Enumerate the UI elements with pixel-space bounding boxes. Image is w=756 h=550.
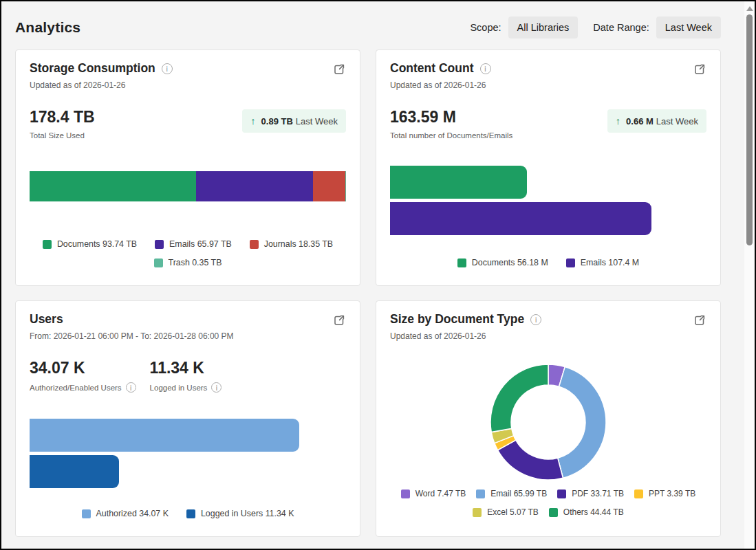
card-header: Storage Consumption i [30,61,346,76]
legend-swatch [476,490,485,498]
total-count-metric: 163.59 M Total number of Documents/Email… [390,108,512,140]
stats-row: 163.59 M Total number of Documents/Email… [390,108,706,140]
delta-text: 0.66 MLast Week [626,116,698,126]
storage-stacked-bar [30,171,346,201]
card-header: Users [30,312,346,327]
scrollbar-thumb[interactable] [746,14,753,245]
legend-label: Documents 93.74 TB [57,239,137,249]
legend-item-excel[interactable]: Excel 5.07 TB [473,507,538,517]
date-range-label: Date Range: [593,22,649,33]
legend-item-emails[interactable]: Emails 65.97 TB [155,239,232,249]
metric-value: 163.59 M [390,108,512,126]
toolbar: Scope: All Libraries Date Range: Last We… [470,16,721,38]
legend-label: Documents 56.18 M [472,258,548,267]
legend-swatch [566,258,575,267]
card-title-text: Users [30,312,63,327]
open-in-new-window-icon[interactable] [332,314,346,327]
legend-label: PPT 3.39 TB [649,489,695,498]
legend-swatch [43,240,52,249]
delta-value: 0.66 M [626,116,654,126]
scope-selector-button[interactable]: All Libraries [508,16,579,38]
date-range-subtitle: From: 2026-01-21 06:00 PM - To: 2026-01-… [30,331,346,341]
donut-segment-pdf[interactable] [498,440,563,480]
scrollbar [744,1,755,549]
storage-legend: Documents 93.74 TBEmails 65.97 TBJournal… [30,239,346,267]
bar-authorized[interactable] [30,419,299,452]
up-arrow-icon: ↑ [250,116,255,126]
legend-swatch [250,240,259,249]
legend-swatch [457,258,466,267]
legend-swatch [549,508,558,517]
card-header: Size by Document Type i [390,312,706,327]
bar-segment-documents[interactable] [30,171,196,201]
legend-item-pdf[interactable]: PDF 33.71 TB [557,489,624,498]
legend-item-logged-in-users[interactable]: Logged in Users 11.34 K [186,509,294,518]
content-count-bars [390,166,706,235]
weekly-delta-badge: ↑ 0.89 TBLast Week [242,109,346,133]
legend-item-trash[interactable]: Trash 0.35 TB [154,258,222,267]
metric-pair: 34.07 K Authorized/Enabled Users i 11.34… [30,359,253,393]
bar-emails[interactable] [390,202,651,235]
page-title: Analytics [15,19,80,36]
total-size-metric: 178.4 TB Total Size Used [30,108,95,140]
delta-value: 0.89 TB [261,116,293,126]
bar-segment-journals[interactable] [313,171,345,201]
metric-label: Logged in Users i [150,382,253,393]
open-in-new-window-icon[interactable] [332,63,346,76]
info-icon[interactable]: i [211,382,222,393]
legend-swatch [154,258,163,267]
legend-label: Others 44.44 TB [563,507,624,517]
updated-timestamp: Updated as of 2026-01-26 [390,331,706,341]
storage-consumption-card: Storage Consumption i Updated as of 2026… [15,50,360,286]
bar-documents[interactable] [390,166,527,199]
open-in-new-window-icon[interactable] [693,314,706,327]
legend-label: Excel 5.07 TB [487,507,538,517]
card-title-text: Content Count [390,61,474,76]
donut-segment-email[interactable] [558,367,606,478]
doctype-legend: Word 7.47 TBEmail 65.99 TBPDF 33.71 TBPP… [390,489,706,517]
bar-logged-in-users[interactable] [30,455,119,488]
analytics-page: Analytics Scope: All Libraries Date Rang… [0,0,721,537]
legend-item-others[interactable]: Others 44.44 TB [549,507,624,517]
legend-item-word[interactable]: Word 7.47 TB [401,489,466,498]
legend-label: Word 7.47 TB [415,489,466,498]
legend-item-documents[interactable]: Documents 93.74 TB [43,239,137,249]
legend-swatch [186,509,195,518]
legend-label: Journals 18.35 TB [264,239,333,249]
info-icon[interactable]: i [530,314,541,325]
legend-item-emails[interactable]: Emails 107.4 M [566,258,639,267]
card-title: Content Count i [390,61,491,76]
legend-swatch [401,490,410,498]
donut-segment-others[interactable] [490,364,548,432]
legend-item-journals[interactable]: Journals 18.35 TB [250,239,333,249]
legend-label: Logged in Users 11.34 K [201,509,294,518]
legend-label: Emails 65.97 TB [169,239,232,249]
users-legend: Authorized 34.07 KLogged in Users 11.34 … [30,509,346,518]
legend-item-documents[interactable]: Documents 56.18 M [457,258,548,267]
bar-segment-trash[interactable] [345,171,346,201]
metric-label-text: Logged in Users [150,384,208,392]
card-title-text: Storage Consumption [30,61,155,76]
legend-item-authorized[interactable]: Authorized 34.07 K [82,509,169,518]
info-icon[interactable]: i [480,63,491,74]
legend-item-ppt[interactable]: PPT 3.39 TB [634,489,695,498]
date-range-selector-button[interactable]: Last Week [656,16,721,38]
metric-label: Total number of Documents/Emails [390,131,512,140]
size-by-document-type-card: Size by Document Type i Updated as of 20… [376,300,721,537]
info-icon[interactable]: i [126,382,136,393]
metric-label: Authorized/Enabled Users i [30,382,136,393]
legend-swatch [557,490,566,498]
content-count-card: Content Count i Updated as of 2026-01-26… [376,50,721,286]
delta-text: 0.89 TBLast Week [261,116,338,126]
legend-swatch [634,490,643,498]
scrollbar-up-arrow[interactable] [746,6,753,11]
users-card: Users From: 2026-01-21 06:00 PM - To: 20… [15,300,360,537]
metric-label-text: Authorized/Enabled Users [30,384,122,392]
bar-segment-emails[interactable] [196,171,313,201]
open-in-new-window-icon[interactable] [693,63,706,76]
legend-item-email[interactable]: Email 65.99 TB [476,489,547,498]
donut-chart-wrap [390,360,706,484]
info-icon[interactable]: i [162,63,173,74]
stats-row: 178.4 TB Total Size Used ↑ 0.89 TBLast W… [30,108,346,140]
authorized-users-metric: 34.07 K Authorized/Enabled Users i [30,359,136,393]
